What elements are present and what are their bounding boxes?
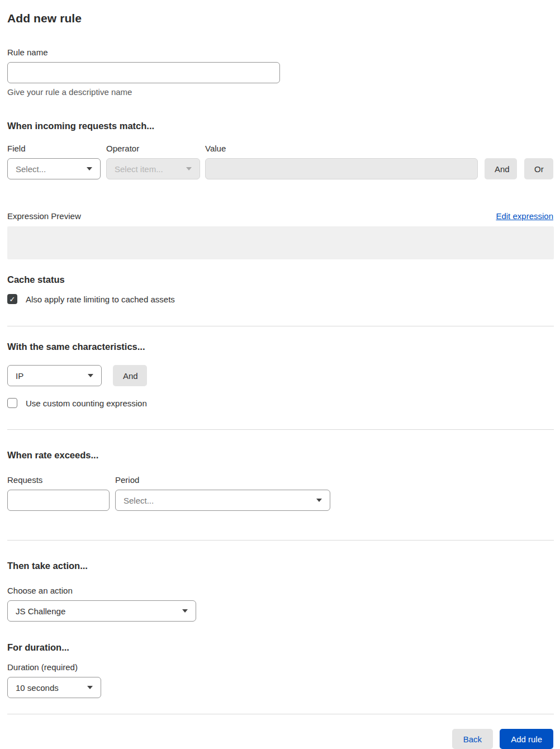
section-divider xyxy=(7,540,554,541)
rule-name-label: Rule name xyxy=(7,48,553,57)
characteristics-heading: With the same characteristics... xyxy=(7,342,553,352)
action-label: Choose an action xyxy=(7,586,553,595)
add-rule-form: Add new rule Rule name Give your rule a … xyxy=(0,0,560,749)
expression-preview-label: Expression Preview xyxy=(7,211,81,221)
expression-preview-box xyxy=(7,226,554,259)
chevron-down-icon xyxy=(87,167,92,170)
duration-label: Duration (required) xyxy=(7,662,553,672)
rate-heading: When rate exceeds... xyxy=(7,450,553,461)
requests-input[interactable] xyxy=(7,490,110,511)
custom-counting-checkbox-label: Use custom counting expression xyxy=(26,399,147,408)
action-select-value: JS Challenge xyxy=(16,606,65,616)
cache-status-heading: Cache status xyxy=(7,274,553,285)
value-input xyxy=(205,158,478,179)
section-divider xyxy=(7,429,554,430)
chevron-down-icon xyxy=(87,686,93,689)
back-button[interactable]: Back xyxy=(452,729,493,749)
chevron-down-icon xyxy=(182,609,188,613)
field-select[interactable]: Select... xyxy=(7,158,101,179)
page-title: Add new rule xyxy=(7,12,553,25)
value-label: Value xyxy=(205,144,478,153)
cached-assets-checkbox[interactable]: ✓ xyxy=(7,294,17,304)
duration-heading: For duration... xyxy=(7,642,553,653)
duration-select[interactable]: 10 seconds xyxy=(7,677,101,698)
match-section-heading: When incoming requests match... xyxy=(7,121,553,131)
characteristics-select-value: IP xyxy=(16,371,23,381)
operator-label: Operator xyxy=(106,144,200,153)
chevron-down-icon xyxy=(88,374,93,377)
period-select-value: Select... xyxy=(124,496,154,505)
period-select[interactable]: Select... xyxy=(115,490,330,511)
characteristics-and-button[interactable]: And xyxy=(113,365,147,386)
checkmark-icon: ✓ xyxy=(10,295,16,304)
field-label: Field xyxy=(7,144,101,153)
section-divider xyxy=(7,326,554,326)
requests-label: Requests xyxy=(7,475,110,485)
custom-counting-checkbox[interactable] xyxy=(7,398,17,408)
characteristics-select[interactable]: IP xyxy=(7,365,102,386)
operator-select: Select item... xyxy=(106,158,200,179)
and-button[interactable]: And xyxy=(485,158,517,179)
add-rule-button[interactable]: Add rule xyxy=(500,729,553,749)
edit-expression-link[interactable]: Edit expression xyxy=(496,211,553,221)
footer-divider xyxy=(7,714,554,714)
field-select-value: Select... xyxy=(16,164,46,174)
chevron-down-icon xyxy=(186,167,192,170)
action-heading: Then take action... xyxy=(7,561,553,571)
rule-name-input[interactable] xyxy=(7,62,280,83)
duration-select-value: 10 seconds xyxy=(16,683,59,693)
rule-name-helper: Give your rule a descriptive name xyxy=(7,87,553,97)
or-button[interactable]: Or xyxy=(524,158,553,179)
operator-select-value: Select item... xyxy=(115,164,163,174)
period-label: Period xyxy=(115,475,330,485)
action-select[interactable]: JS Challenge xyxy=(7,600,196,622)
cached-assets-checkbox-label: Also apply rate limiting to cached asset… xyxy=(26,295,175,304)
chevron-down-icon xyxy=(316,499,322,502)
